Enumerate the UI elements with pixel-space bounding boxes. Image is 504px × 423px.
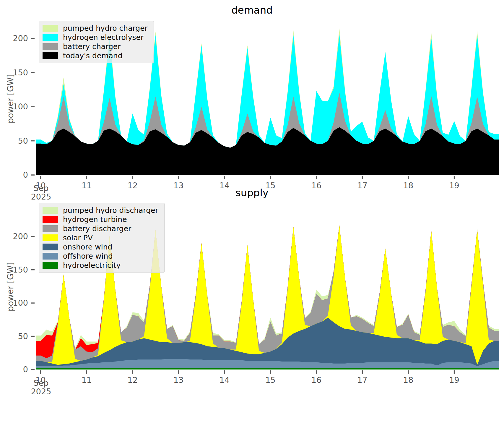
supply-legend-item-solar-pv: solar PV xyxy=(43,233,158,242)
supply-x-tick-label: 11 xyxy=(82,375,92,385)
demand-legend-item-hydrogen-electrolyser: hydrogen electrolyser xyxy=(43,33,148,42)
supply-legend-item-pumped-hydro-discharger: pumped hydro discharger xyxy=(43,206,158,215)
supply-y-tick-label: 0 xyxy=(23,365,28,374)
supply-x-tick-label: 16 xyxy=(311,375,321,385)
supply-legend: pumped hydro dischargerhydrogen turbineb… xyxy=(39,203,165,273)
supply-legend-item-hydrogen-turbine: hydrogen turbine xyxy=(43,215,158,224)
supply-legend-label-onshore-wind: onshore wind xyxy=(63,243,112,251)
supply-y-axis-label: power [GW] xyxy=(6,239,16,334)
supply-x-tick-label: 15 xyxy=(265,375,275,385)
supply-x-tick-label: 17 xyxy=(357,375,367,385)
demand-legend-item-battery-charger: battery charger xyxy=(43,42,148,51)
supply-legend-label-offshore-wind: offshore wind xyxy=(63,252,113,260)
supply-legend-item-offshore-wind: offshore wind xyxy=(43,252,158,261)
supply-x-axis-month-label: Sep xyxy=(25,379,57,388)
supply-x-axis-year-label: 2025 xyxy=(25,387,57,396)
demand-y-tick-label: 200 xyxy=(13,34,28,43)
demand-y-axis-label: power [GW] xyxy=(6,51,16,146)
supply-y-tick-label: 50 xyxy=(18,332,28,341)
supply-legend-label-battery-discharger: battery discharger xyxy=(63,224,131,233)
supply-legend-item-hydroelectricity: hydroelectricity xyxy=(43,261,158,270)
supply-chart-title: supply xyxy=(0,187,504,199)
demand-legend-swatch-hydrogen-electrolyser xyxy=(43,34,58,41)
figure: 05010015020010111213141516171819 0501001… xyxy=(0,0,504,423)
demand-legend-item-today-s-demand: today's demand xyxy=(43,51,148,60)
demand-legend: pumped hydro chargerhydrogen electrolyse… xyxy=(39,21,154,63)
supply-legend-item-onshore-wind: onshore wind xyxy=(43,242,158,252)
supply-legend-label-hydroelectricity: hydroelectricity xyxy=(63,261,121,270)
supply-x-tick-label: 18 xyxy=(403,375,413,385)
supply-legend-label-hydrogen-turbine: hydrogen turbine xyxy=(63,215,127,224)
demand-y-tick-label: 0 xyxy=(23,170,28,179)
supply-legend-label-solar-pv: solar PV xyxy=(63,234,93,242)
demand-legend-swatch-pumped-hydro-charger xyxy=(43,25,58,32)
supply-x-tick-label: 19 xyxy=(449,375,459,385)
supply-area-hydroelectricity xyxy=(36,368,499,370)
supply-legend-swatch-pumped-hydro-discharger xyxy=(43,207,58,214)
demand-legend-label-today-s-demand: today's demand xyxy=(63,51,123,60)
supply-x-tick-label: 13 xyxy=(173,375,183,385)
supply-legend-swatch-hydroelectricity xyxy=(43,262,58,269)
demand-legend-label-hydrogen-electrolyser: hydrogen electrolyser xyxy=(63,33,144,42)
supply-legend-item-battery-discharger: battery discharger xyxy=(43,224,158,233)
supply-legend-swatch-solar-pv xyxy=(43,234,58,241)
demand-legend-label-battery-charger: battery charger xyxy=(63,42,121,51)
supply-legend-label-pumped-hydro-discharger: pumped hydro discharger xyxy=(63,206,158,215)
supply-legend-swatch-offshore-wind xyxy=(43,253,58,260)
supply-legend-swatch-hydrogen-turbine xyxy=(43,216,58,223)
supply-x-tick-label: 12 xyxy=(127,375,137,385)
demand-legend-swatch-battery-charger xyxy=(43,43,58,50)
supply-legend-swatch-battery-discharger xyxy=(43,225,58,232)
demand-legend-item-pumped-hydro-charger: pumped hydro charger xyxy=(43,24,148,33)
demand-chart-title: demand xyxy=(0,4,504,16)
demand-y-tick-label: 50 xyxy=(18,136,28,145)
demand-legend-swatch-today-s-demand xyxy=(43,52,58,59)
supply-legend-swatch-onshore-wind xyxy=(43,244,58,250)
supply-x-tick-label: 14 xyxy=(220,375,230,385)
demand-legend-label-pumped-hydro-charger: pumped hydro charger xyxy=(63,24,148,33)
